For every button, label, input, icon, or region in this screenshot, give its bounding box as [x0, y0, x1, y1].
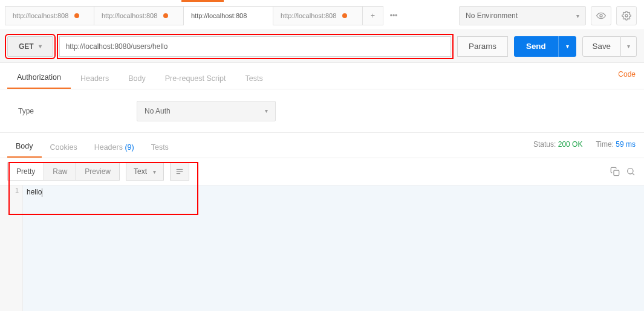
- time-value: 59 ms: [616, 140, 636, 149]
- language-select[interactable]: Text ▾: [126, 162, 164, 181]
- svg-point-0: [600, 14, 602, 17]
- params-button[interactable]: Params: [457, 36, 508, 57]
- view-raw-button[interactable]: Raw: [44, 162, 76, 181]
- method-label: GET: [19, 42, 34, 51]
- svg-line-7: [633, 173, 634, 175]
- more-icon: •••: [390, 11, 398, 20]
- unsaved-dot-icon: [163, 13, 168, 18]
- tabs-toolbar: http://localhost:808 http://localhost:80…: [0, 2, 644, 30]
- chevron-down-icon: ▾: [576, 13, 579, 19]
- status-value: 200 OK: [558, 140, 583, 149]
- plus-icon: +: [371, 11, 375, 20]
- environment-quicklook-button[interactable]: [591, 6, 611, 25]
- line-number: 1: [0, 187, 19, 194]
- auth-type-label: Type: [18, 107, 34, 115]
- request-config-tabs: Authorization Headers Body Pre-request S…: [0, 63, 644, 89]
- tab-body[interactable]: Body: [119, 68, 155, 89]
- chevron-down-icon: ▾: [153, 168, 156, 175]
- gear-icon: [622, 11, 631, 21]
- tab-label: http://localhost:808: [13, 12, 68, 19]
- line-gutter: 1: [0, 185, 23, 311]
- url-input[interactable]: [59, 36, 451, 57]
- eye-icon: [596, 11, 606, 21]
- svg-rect-5: [614, 170, 619, 176]
- time-label: Time:: [596, 140, 614, 149]
- svg-point-1: [625, 14, 628, 17]
- save-label: Save: [593, 42, 611, 51]
- response-format-bar: Pretty Raw Preview Text ▾: [0, 158, 644, 185]
- tab-request-2[interactable]: http://localhost:808: [184, 6, 273, 25]
- chevron-down-icon: ▾: [265, 107, 268, 114]
- auth-type-select[interactable]: No Auth ▾: [137, 101, 276, 121]
- tab-request-0[interactable]: http://localhost:808: [5, 6, 94, 25]
- toolbar-right: No Environment ▾: [459, 6, 637, 25]
- save-dropdown[interactable]: ▾: [621, 36, 637, 57]
- response-body-view: 1 hello: [0, 185, 644, 311]
- language-label: Text: [134, 167, 147, 176]
- wrap-lines-button[interactable]: [170, 162, 189, 181]
- response-tabs: Body Cookies Headers (9) Tests Status: 2…: [0, 133, 644, 158]
- add-tab-button[interactable]: +: [363, 6, 383, 25]
- tab-label: http://localhost:808: [191, 12, 247, 19]
- response-meta: Status: 200 OK Time: 59 ms: [533, 140, 636, 149]
- send-button[interactable]: Send: [514, 36, 558, 57]
- send-group: Send ▾: [514, 36, 576, 57]
- text-cursor-icon: [42, 188, 42, 197]
- status-label: Status:: [533, 140, 556, 149]
- settings-button[interactable]: [616, 6, 637, 25]
- params-label: Params: [469, 42, 496, 51]
- response-body-editor[interactable]: hello: [23, 185, 644, 311]
- view-pretty-button[interactable]: Pretty: [7, 162, 44, 181]
- environment-select[interactable]: No Environment ▾: [459, 6, 586, 25]
- auth-type-value: No Auth: [145, 107, 171, 115]
- tab-headers[interactable]: Headers: [71, 68, 119, 89]
- chevron-down-icon: ▾: [39, 43, 42, 50]
- unsaved-dot-icon: [342, 13, 347, 18]
- tab-label: http://localhost:808: [281, 12, 336, 19]
- send-label: Send: [526, 42, 546, 51]
- method-select[interactable]: GET ▾: [7, 36, 53, 57]
- save-group: Save ▾: [582, 36, 637, 57]
- code-link[interactable]: Code: [618, 70, 636, 79]
- request-bar: GET ▾ Params Send ▾ Save ▾: [0, 30, 644, 63]
- resp-tab-headers[interactable]: Headers (9): [86, 137, 143, 158]
- resp-headers-label: Headers: [94, 143, 123, 152]
- svg-point-6: [628, 168, 633, 174]
- resp-headers-count: (9): [125, 143, 134, 152]
- view-preview-button[interactable]: Preview: [76, 162, 120, 181]
- response-body-text: hello: [27, 188, 42, 196]
- chevron-down-icon: ▾: [566, 43, 569, 50]
- resp-tab-body[interactable]: Body: [7, 136, 42, 158]
- environment-label: No Environment: [466, 11, 518, 20]
- copy-response-button[interactable]: [610, 167, 620, 176]
- tab-label: http://localhost:808: [102, 12, 157, 19]
- send-dropdown[interactable]: ▾: [558, 36, 576, 57]
- tab-tests[interactable]: Tests: [235, 68, 272, 89]
- search-response-button[interactable]: [626, 167, 636, 176]
- tab-prerequest[interactable]: Pre-request Script: [155, 68, 236, 89]
- resp-tab-cookies[interactable]: Cookies: [42, 137, 86, 158]
- tab-request-3[interactable]: http://localhost:808: [273, 6, 363, 25]
- wrap-icon: [175, 167, 184, 176]
- chevron-down-icon: ▾: [627, 43, 630, 50]
- tab-authorization[interactable]: Authorization: [7, 67, 71, 89]
- tab-overflow-button[interactable]: •••: [383, 6, 404, 25]
- view-mode-group: Pretty Raw Preview: [7, 162, 120, 181]
- resp-tab-tests[interactable]: Tests: [143, 137, 177, 158]
- authorization-panel: Type No Auth ▾: [0, 89, 644, 133]
- unsaved-dot-icon: [74, 13, 79, 18]
- save-button[interactable]: Save: [582, 36, 621, 57]
- tab-request-1[interactable]: http://localhost:808: [94, 6, 184, 25]
- response-tools: [610, 167, 636, 176]
